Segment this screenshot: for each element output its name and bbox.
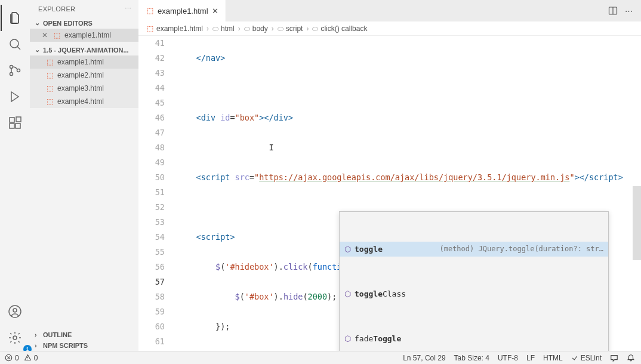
file-label: example1.html <box>57 58 104 66</box>
svg-rect-4 <box>10 118 14 122</box>
file-label: example2.html <box>57 71 104 79</box>
chevron-down-icon: ⌄ <box>35 19 41 27</box>
html-file-icon: ⬚ <box>45 71 54 79</box>
open-editor-item[interactable]: ✕ ⬚ example1.html <box>30 29 138 42</box>
sidebar-more-icon[interactable]: ⋯ <box>125 5 131 13</box>
svg-point-2 <box>10 73 13 76</box>
close-icon[interactable]: ✕ <box>212 7 218 16</box>
svg-rect-5 <box>10 124 14 128</box>
svg-point-9 <box>13 309 17 312</box>
breadcrumb-callback[interactable]: ⬭click() callback <box>312 24 367 33</box>
search-activity-icon[interactable] <box>1 31 29 57</box>
suggest-item[interactable]: ⬡ toggleClass <box>340 286 608 301</box>
gutter: 4142434445464748495051525354555657585960… <box>138 36 174 351</box>
suggest-item[interactable]: ⬡ toggle (method) JQuery.toggle(duration… <box>340 242 608 257</box>
html-file-icon: ⬚ <box>146 7 154 15</box>
status-encoding[interactable]: UTF-8 <box>498 354 518 362</box>
html-file-icon: ⬚ <box>146 24 154 33</box>
file-item[interactable]: ⬚ example1.html <box>30 55 138 69</box>
chevron-right-icon: › <box>35 342 41 349</box>
account-activity-icon[interactable] <box>1 298 29 325</box>
explorer-activity-icon[interactable] <box>1 5 29 31</box>
html-file-icon: ⬚ <box>45 84 54 92</box>
breadcrumbs: ⬚example1.html › ⬭html › ⬭body › ⬭script… <box>138 21 641 36</box>
extensions-activity-icon[interactable] <box>1 110 29 136</box>
settings-badge: 1 <box>23 345 32 351</box>
more-actions-icon[interactable]: ⋯ <box>625 7 633 16</box>
suggest-doc: (method) JQuery.toggle(duration?: str… <box>386 242 603 257</box>
breadcrumb-body[interactable]: ⬭body <box>244 24 268 33</box>
status-errors[interactable]: 0 <box>5 354 19 362</box>
sidebar-title: EXPLORER <box>38 5 75 13</box>
svg-point-10 <box>13 336 17 340</box>
status-cursor[interactable]: Ln 57, Col 29 <box>403 354 445 362</box>
source-control-activity-icon[interactable] <box>1 57 29 84</box>
open-editors-section[interactable]: ⌄ OPEN EDITORS <box>30 17 138 29</box>
minimap-slider[interactable] <box>633 186 641 260</box>
code-area[interactable]: </nav> <div id="box"></div> I <script sr… <box>174 36 641 351</box>
npm-scripts-section[interactable]: › NPM SCRIPTS <box>30 340 138 351</box>
settings-gear-icon[interactable]: 1 <box>1 325 29 351</box>
status-bar: 0 0 Ln 57, Col 29 Tab Size: 4 UTF-8 LF H… <box>0 351 641 364</box>
svg-point-3 <box>17 69 20 72</box>
tag-icon: ⬭ <box>278 24 283 33</box>
editor[interactable]: 4142434445464748495051525354555657585960… <box>138 36 641 351</box>
close-icon[interactable]: ✕ <box>42 31 49 39</box>
run-debug-activity-icon[interactable] <box>1 84 29 110</box>
tab-example1[interactable]: ⬚ example1.html ✕ <box>138 0 226 21</box>
file-label: example4.html <box>57 97 104 106</box>
svg-point-8 <box>9 306 21 317</box>
method-icon: ⬡ <box>344 331 351 346</box>
svg-rect-7 <box>16 117 21 122</box>
tag-icon: ⬭ <box>212 24 218 33</box>
html-file-icon: ⬚ <box>45 58 54 66</box>
status-eol[interactable]: LF <box>526 354 535 362</box>
editor-group: ⬚ example1.html ✕ ⋯ ⬚example1.html › ⬭ht… <box>138 0 641 351</box>
method-icon: ⬡ <box>344 286 351 301</box>
html-file-icon: ⬚ <box>53 31 61 39</box>
chevron-down-icon: ⌄ <box>35 46 41 54</box>
chevron-right-icon: › <box>35 331 41 338</box>
suggest-widget: ⬡ toggle (method) JQuery.toggle(duration… <box>339 211 609 351</box>
file-item[interactable]: ⬚ example2.html <box>30 69 138 82</box>
folder-section[interactable]: ⌄ 1.5 - JQUERY-ANIMATION... <box>30 44 138 55</box>
status-language[interactable]: HTML <box>543 354 563 362</box>
breadcrumb-html[interactable]: ⬭html <box>212 24 235 33</box>
status-eslint[interactable]: ESLint <box>571 354 602 362</box>
status-tab-size[interactable]: Tab Size: 4 <box>454 354 489 362</box>
activity-bar: 1 <box>0 0 30 351</box>
breadcrumb-file[interactable]: ⬚example1.html <box>146 24 203 33</box>
split-editor-icon[interactable] <box>608 6 618 16</box>
status-bell-icon[interactable] <box>627 354 635 362</box>
open-editor-label: example1.html <box>64 31 111 39</box>
svg-point-0 <box>10 39 19 48</box>
function-icon: ⬭ <box>312 24 318 33</box>
breadcrumb-script[interactable]: ⬭script <box>278 24 303 33</box>
outline-section[interactable]: › OUTLINE <box>30 329 138 340</box>
file-label: example3.html <box>57 84 104 92</box>
file-item[interactable]: ⬚ example4.html <box>30 95 138 108</box>
tab-bar: ⬚ example1.html ✕ ⋯ <box>138 0 641 21</box>
method-icon: ⬡ <box>344 242 351 257</box>
tag-icon: ⬭ <box>244 24 250 33</box>
suggest-item[interactable]: ⬡ fadeToggle <box>340 331 608 346</box>
tab-label: example1.html <box>158 7 208 16</box>
svg-point-1 <box>10 66 13 69</box>
html-file-icon: ⬚ <box>45 97 54 106</box>
sidebar: EXPLORER ⋯ ⌄ OPEN EDITORS ✕ ⬚ example1.h… <box>30 0 138 351</box>
file-item[interactable]: ⬚ example3.html <box>30 82 138 95</box>
status-feedback-icon[interactable] <box>610 354 618 362</box>
status-warnings[interactable]: 0 <box>24 354 38 362</box>
svg-rect-6 <box>16 124 20 128</box>
